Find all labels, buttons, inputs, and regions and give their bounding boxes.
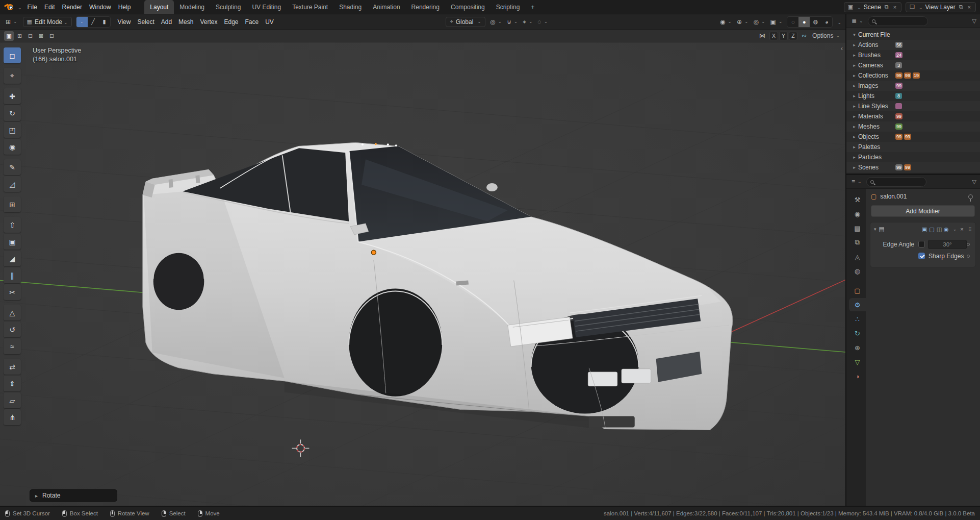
scene-browse-chevron-icon[interactable] [856,4,861,11]
tool-button[interactable]: ◿ [4,176,21,192]
expand-triangle-icon[interactable]: ▸ [850,63,858,68]
header-dropdown-button[interactable]: ◎ [488,18,503,26]
tool-button[interactable]: ↻ [4,105,21,121]
modifier-collapse-icon[interactable]: ▾ [874,227,876,232]
workspace-tab[interactable]: Modeling [174,0,210,14]
viewport-menu-item[interactable]: View [115,17,134,27]
tool-button[interactable]: ✂ [4,284,21,300]
workspace-tab[interactable]: Rendering [406,0,445,14]
outliner-search-input[interactable] [868,16,928,26]
outliner-row[interactable]: ▸ Materials 99 [846,111,980,121]
workspace-tab[interactable]: Scripting [491,0,526,14]
select-mode-button[interactable]: ╱ [88,17,99,27]
tool-button[interactable]: ↺ [4,321,21,337]
header-toggle-button[interactable]: ◉ [718,18,733,26]
shading-options-chevron-icon[interactable] [836,18,841,26]
header-toggle-button[interactable]: ▣ [769,18,784,26]
menu-item[interactable]: Help [115,3,135,12]
header-dropdown-button[interactable]: ◌ [536,18,550,26]
edge-angle-checkbox[interactable] [918,241,925,247]
workspace-tab[interactable]: Texture Paint [287,0,333,14]
modifier-display-toggle[interactable]: ◉ [944,226,949,233]
expand-triangle-icon[interactable]: ▸ [850,114,858,119]
select-op-button[interactable]: ▣ [4,31,14,41]
outliner-row[interactable]: ▸ Cameras 3 [846,60,980,70]
unlink-scene-button[interactable]: × [892,4,897,10]
outliner-row[interactable]: ▸ Images 99 [846,81,980,91]
operator-panel-expand-icon[interactable]: ▸ [35,493,38,499]
new-scene-button[interactable]: ⧉ [884,4,890,10]
header-toggle-button[interactable]: ◎ [752,18,767,26]
workspace-tab[interactable]: Layout [144,0,174,14]
properties-tab[interactable]: ▤ [849,221,866,235]
properties-tab[interactable]: ▢ [849,284,866,297]
expand-triangle-icon[interactable]: ▸ [850,73,858,78]
header-dropdown-button[interactable]: ⊍ [505,18,519,26]
view-layer-selector[interactable]: ❏ View Layer ⧉ × [906,2,976,12]
tool-button[interactable]: ⋔ [4,409,21,425]
tool-button[interactable]: △ [4,305,21,320]
workspace-tab[interactable]: Shading [333,0,367,14]
menu-item[interactable]: File [24,3,41,12]
outliner-editor-type-button[interactable]: ≣ [850,17,865,25]
viewport-menu-item[interactable]: Select [134,17,157,27]
modifier-extras-chevron-icon[interactable] [951,227,957,232]
workspace-tab[interactable]: Sculpting [210,0,246,14]
tool-button[interactable]: ✎ [4,159,21,175]
decorate-dot-icon[interactable] [967,255,970,258]
expand-triangle-icon[interactable]: ▸ [850,42,858,47]
shading-mode-button[interactable]: ◍ [810,17,821,27]
sidebar-collapse-icon[interactable]: ‹ [841,44,843,52]
new-view-layer-button[interactable]: ⧉ [958,4,964,10]
expand-triangle-icon[interactable]: ▸ [850,124,858,129]
tool-button[interactable]: ◢ [4,251,21,266]
tool-button[interactable]: ≈ [4,338,21,354]
tool-button[interactable]: ⊞ [4,196,21,212]
properties-tab[interactable]: ◑ [849,369,866,383]
modifier-display-toggle[interactable]: ▣ [922,226,927,233]
properties-editor-type-button[interactable]: ≡ [850,178,863,186]
sharp-edges-checkbox[interactable] [918,253,925,259]
properties-tab[interactable]: ◍ [849,264,866,278]
select-op-button[interactable]: ⊟ [25,31,35,41]
properties-tab[interactable]: ∴ [849,312,866,326]
workspace-tab[interactable]: + [525,0,540,14]
viewport-menu-item[interactable]: Edge [221,17,241,27]
shading-mode-button[interactable]: ◕ [821,17,832,27]
viewport-menu-item[interactable]: UV [262,17,277,27]
tool-button[interactable]: ▱ [4,392,21,408]
properties-tab[interactable]: ⊛ [849,341,866,354]
decorate-dot-icon[interactable] [967,243,970,246]
tool-button[interactable]: ◉ [4,139,21,155]
properties-tab[interactable]: ⚒ [849,193,866,206]
viewport-menu-item[interactable]: Add [158,17,175,27]
tool-button[interactable]: ◻ [4,47,21,63]
properties-filter-icon[interactable]: ▽ [972,179,976,185]
mode-dropdown[interactable]: ▦ Edit Mode [23,17,72,27]
menu-item[interactable]: Render [59,3,86,12]
expand-triangle-icon[interactable]: ▸ [850,93,858,98]
properties-tab[interactable]: ▽ [849,355,866,368]
outliner-row[interactable]: ▸ Scenes 99 99 [846,162,980,172]
viewport-menu-item[interactable]: Mesh [175,17,196,27]
tool-button[interactable]: ⇕ [4,376,21,391]
tool-button[interactable]: ⇄ [4,359,21,375]
menu-item[interactable]: Window [86,3,115,12]
tool-options-dropdown[interactable]: Options [811,32,841,40]
filter-icon[interactable]: ▽ [972,18,976,24]
outliner-row[interactable]: ▸ Actions 56 [846,40,980,50]
expand-triangle-icon[interactable]: ▸ [850,134,858,139]
expand-triangle-icon[interactable]: ▸ [850,53,858,58]
view-layer-name[interactable]: View Layer [925,4,956,11]
transform-orientation-dropdown[interactable]: ⌖ Global [446,17,485,27]
pin-icon[interactable] [968,194,973,199]
outliner-row[interactable]: ▸ Objects 99 99 [846,132,980,142]
modifier-drag-handle-icon[interactable]: ⠿ [968,227,972,232]
snap-falloff-icon[interactable]: ∾ [800,32,808,40]
scene-name[interactable]: Scene [864,4,881,11]
select-op-button[interactable]: ⊠ [36,31,46,41]
editor-type-button[interactable]: ⊞ [4,18,19,26]
tool-button[interactable]: ⇧ [4,217,21,233]
properties-tab[interactable]: ◬ [849,250,866,263]
outliner-row[interactable]: ▸ Brushes 24 [846,50,980,60]
